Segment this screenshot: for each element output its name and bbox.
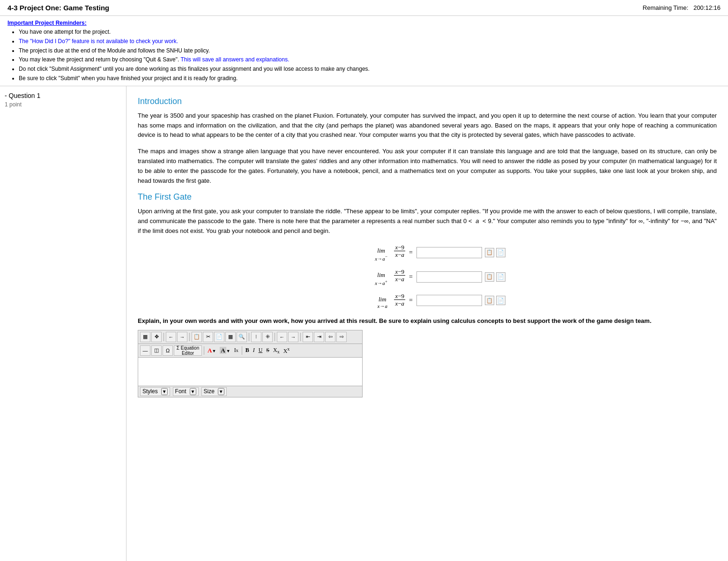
- align-center-btn[interactable]: ⇥: [314, 332, 324, 342]
- first-gate-para: Upon arriving at the first gate, you ask…: [138, 207, 717, 236]
- editor-body[interactable]: [138, 358, 362, 386]
- page-title: 4-3 Project One: Game Testing: [7, 4, 109, 12]
- sep2: [189, 333, 190, 341]
- insert-table-btn[interactable]: ◫: [151, 345, 162, 356]
- search-btn[interactable]: 🔍: [237, 332, 247, 342]
- content-area: Introduction The year is 3500 and your s…: [126, 86, 728, 561]
- font-color-btn[interactable]: A▼: [206, 346, 217, 355]
- font-dropdown[interactable]: ▼: [190, 388, 196, 395]
- math-expr-1: lim x→a− x−9 x−a: [349, 244, 405, 262]
- list-ordered-btn[interactable]: ⁜: [262, 332, 273, 342]
- font-highlight-btn[interactable]: A▼: [218, 346, 231, 355]
- first-gate-title: The First Gate: [138, 192, 717, 202]
- redo-btn[interactable]: →: [177, 332, 187, 342]
- sep6: [204, 346, 204, 355]
- page-header: 4-3 Project One: Game Testing Remaining …: [0, 0, 728, 16]
- toolbar-row-2: — ◫ Ω Σ Equation Editor A▼ A▼ Ix: [140, 345, 291, 356]
- styles-dropdown[interactable]: ▼: [161, 388, 168, 395]
- paste-text-btn[interactable]: ▦: [225, 332, 236, 342]
- reminder-item: You may leave the project and return by …: [19, 56, 721, 64]
- copy-btn[interactable]: 📋: [192, 332, 202, 342]
- editor-toolbar-row1: ▦ ✥ ← → 📋 ✂ 📄 ▦ 🔍 ⁝ ⁜ ← →: [138, 330, 362, 344]
- font-color-group: A▼ A▼ Ix: [206, 346, 240, 355]
- sep3: [249, 333, 249, 341]
- size-label: Size: [204, 388, 215, 395]
- paste-btn[interactable]: 📄: [214, 332, 224, 342]
- undo-btn[interactable]: ←: [166, 332, 176, 342]
- omega-btn[interactable]: Ω: [163, 345, 173, 356]
- reminder-item: The "How Did I Do?" feature is not avail…: [19, 37, 721, 45]
- reminder-item: Be sure to click "Submit" when you have …: [19, 75, 721, 82]
- styles-group: Styles ▼: [140, 387, 170, 396]
- math-expr-2: lim x→a+ x−9 x−a: [349, 268, 405, 286]
- align-right-btn[interactable]: ⇦: [325, 332, 335, 342]
- align-left-btn[interactable]: ⇤: [303, 332, 313, 342]
- sep5: [300, 333, 301, 341]
- subscript-btn[interactable]: Xx: [272, 346, 281, 355]
- underline-btn[interactable]: U: [257, 346, 264, 354]
- paste-icon-1[interactable]: 📋: [485, 248, 494, 257]
- copy-icon-1[interactable]: 📄: [496, 248, 505, 257]
- math-input-3[interactable]: [416, 295, 482, 306]
- math-row-3: lim x→a x−9 x−a = 📋 📄: [138, 292, 717, 309]
- intro-para1: The year is 3500 and your spaceship has …: [138, 111, 717, 140]
- reminders-section: Important Project Reminders: You have on…: [0, 16, 728, 86]
- bold-btn[interactable]: B: [244, 346, 251, 354]
- copy-icon-3[interactable]: 📄: [496, 296, 505, 305]
- font-label: Font: [175, 388, 186, 395]
- reminder-item: Do not click "Submit Assignment" until y…: [19, 65, 721, 73]
- equals-2: =: [409, 273, 413, 281]
- align-justify-btn[interactable]: ⇨: [336, 332, 347, 342]
- remaining-time: Remaining Time: 200:12:16: [643, 4, 721, 11]
- sidebar: - Question 1 1 point: [0, 86, 126, 561]
- equals-1: =: [409, 249, 413, 256]
- size-dropdown[interactable]: ▼: [218, 388, 224, 395]
- rule-btn[interactable]: —: [140, 345, 150, 356]
- paste-icon-3[interactable]: 📋: [485, 296, 494, 305]
- paste-icon-2[interactable]: 📋: [485, 272, 494, 282]
- equals-3: =: [409, 297, 413, 304]
- math-row-1: lim x→a− x−9 x−a = 📋 📄: [138, 244, 717, 262]
- styles-label: Styles: [142, 388, 158, 395]
- font-group: Font ▼: [173, 387, 199, 396]
- superscript-btn[interactable]: Xx: [282, 346, 291, 355]
- copy-icon-2[interactable]: 📄: [496, 272, 505, 282]
- intro-para2: The maps and images show a strange alien…: [138, 147, 717, 186]
- reminders-list: You have one attempt for the project. Th…: [7, 28, 721, 82]
- math-icons-1: 📋 📄: [485, 248, 505, 257]
- indent-less-btn[interactable]: ←: [277, 332, 287, 342]
- list-unordered-btn[interactable]: ⁝: [251, 332, 261, 342]
- expand-btn[interactable]: ✥: [151, 332, 162, 342]
- clear-format-btn[interactable]: Ix: [233, 346, 240, 354]
- indent-more-btn[interactable]: →: [288, 332, 298, 342]
- math-row-2: lim x→a+ x−9 x−a = 📋 📄: [138, 268, 717, 286]
- remaining-time-value: 200:12:16: [693, 4, 721, 11]
- editor-toolbar-row2: — ◫ Ω Σ Equation Editor A▼ A▼ Ix: [138, 344, 362, 358]
- table-btn[interactable]: ▦: [140, 332, 150, 342]
- math-input-1[interactable]: [416, 247, 482, 258]
- editor-footer: Styles ▼ Font ▼ Size ▼: [138, 386, 362, 397]
- points-label: 1 point: [5, 101, 121, 108]
- intro-title: Introduction: [138, 97, 717, 106]
- math-section: lim x→a− x−9 x−a = 📋 📄: [138, 244, 717, 309]
- sep7: [242, 346, 242, 355]
- sep4: [275, 333, 275, 341]
- math-expr-3: lim x→a x−9 x−a: [349, 292, 405, 309]
- remaining-time-label: Remaining Time:: [643, 4, 689, 11]
- reminder-item: You have one attempt for the project.: [19, 28, 721, 36]
- reminders-title[interactable]: Important Project Reminders:: [7, 20, 721, 26]
- main-layout: - Question 1 1 point Introduction The ye…: [0, 86, 728, 561]
- reminder-item: The project is due at the end of the Mod…: [19, 47, 721, 55]
- equation-editor-btn[interactable]: Σ Equation Editor: [174, 345, 202, 356]
- sep1: [163, 333, 164, 341]
- italic-btn[interactable]: I: [252, 346, 256, 354]
- size-group: Size ▼: [201, 387, 227, 396]
- cut-btn[interactable]: ✂: [203, 332, 213, 342]
- explain-label: Explain, in your own words and with your…: [138, 316, 717, 326]
- math-input-2[interactable]: [416, 271, 482, 283]
- rich-text-editor: ▦ ✥ ← → 📋 ✂ 📄 ▦ 🔍 ⁝ ⁜ ← →: [138, 330, 363, 397]
- math-icons-3: 📋 📄: [485, 296, 505, 305]
- strikethrough-btn[interactable]: S: [265, 346, 271, 354]
- question-label: - Question 1: [5, 92, 121, 99]
- math-icons-2: 📋 📄: [485, 272, 505, 282]
